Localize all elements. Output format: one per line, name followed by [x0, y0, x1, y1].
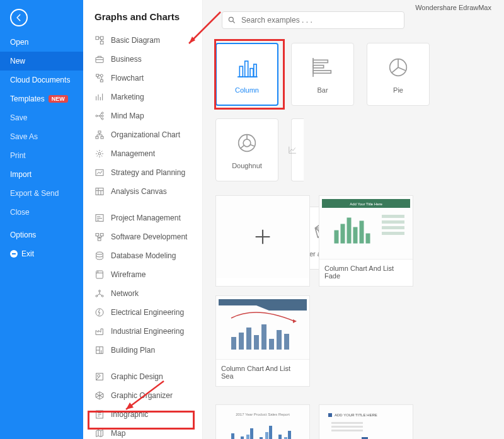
pie-icon [386, 55, 411, 80]
svg-rect-22 [96, 271, 103, 278]
sidebar-item-options[interactable]: Options [0, 225, 83, 244]
sidebar-item-exit[interactable]: Exit [0, 244, 83, 263]
cat-industrial[interactable]: Industrial Engineering [94, 322, 202, 341]
brand-label: Wondershare EdrawMax [415, 4, 491, 11]
industrial-icon [94, 326, 105, 336]
cat-map[interactable]: Map [94, 424, 202, 439]
sidebar-item-cloud-documents[interactable]: Cloud Documents [0, 71, 83, 89]
plus-icon [252, 226, 273, 248]
svg-rect-53 [366, 234, 370, 243]
cat-flowchart[interactable]: Flowchart [94, 69, 202, 88]
thumb-fade-icon: Add Your Title Here [322, 199, 410, 256]
svg-rect-60 [231, 337, 236, 350]
cat-infographic[interactable]: Infographic [94, 405, 202, 424]
chart-type-bar[interactable]: Bar [291, 43, 354, 106]
line-icon [288, 137, 297, 162]
svg-point-21 [96, 252, 103, 254]
exit-icon [10, 250, 18, 258]
svg-rect-73 [246, 435, 249, 439]
sidebar-item-import[interactable]: Import [0, 165, 83, 184]
cat-business[interactable]: Business [94, 50, 202, 69]
cat-wireframe[interactable]: Wireframe [94, 265, 202, 284]
canvas-icon [94, 186, 105, 197]
cat-marketing[interactable]: Marketing [94, 88, 202, 106]
cat-org-chart[interactable]: Organizational Chart [94, 125, 202, 144]
svg-rect-11 [98, 131, 101, 133]
template-blank[interactable] [215, 195, 310, 287]
cat-project-mgmt[interactable]: Project Management [94, 208, 202, 227]
svg-rect-37 [313, 60, 328, 62]
cat-analysis[interactable]: Analysis Canvas [94, 182, 202, 201]
svg-rect-50 [347, 218, 351, 243]
template-column[interactable]: ADD YOUR TITLE HERE Column [319, 404, 413, 439]
category-panel: Graphs and Charts Basic Diagram Business… [83, 0, 203, 439]
gantt-icon [94, 213, 105, 223]
svg-rect-54 [382, 215, 404, 218]
chart-type-next[interactable] [291, 118, 304, 181]
template-sales[interactable]: 2017 Year Product Sales Report Column Sa… [215, 404, 310, 439]
svg-rect-67 [284, 334, 289, 350]
template-sea[interactable]: Column Chart And List Sea [215, 295, 310, 387]
svg-rect-20 [98, 238, 101, 241]
svg-rect-0 [96, 37, 99, 40]
cat-building[interactable]: Building Plan [94, 341, 202, 360]
sidebar-item-close[interactable]: Close [0, 203, 83, 222]
svg-rect-65 [269, 339, 274, 350]
svg-rect-5 [100, 80, 103, 82]
sidebar-item-save[interactable]: Save [0, 108, 83, 127]
template-fade[interactable]: Add Your Title Here Column Chart And Lis… [319, 195, 413, 287]
cat-graphic-design[interactable]: Graphic Design [94, 367, 202, 386]
svg-point-42 [243, 139, 251, 147]
column-icon [234, 55, 260, 80]
cat-mind-map[interactable]: Mind Map [94, 106, 202, 125]
bar-icon [310, 55, 335, 80]
svg-rect-52 [360, 221, 364, 243]
svg-point-6 [100, 74, 103, 77]
svg-rect-16 [96, 188, 103, 195]
svg-rect-13 [101, 137, 103, 139]
cat-network[interactable]: Network [94, 284, 202, 303]
svg-rect-17 [96, 215, 103, 222]
svg-point-7 [96, 115, 98, 117]
thumb-column-icon: ADD YOUR TITLE HERE [322, 408, 410, 439]
mindmap-icon [94, 111, 105, 121]
cat-electrical[interactable]: Electrical Engineering [94, 303, 202, 322]
svg-rect-51 [353, 227, 357, 243]
thumb-sea-icon [219, 299, 307, 356]
sidebar-item-templates[interactable]: TemplatesNEW [0, 89, 83, 108]
cat-management[interactable]: Management [94, 144, 202, 163]
cat-database[interactable]: Database Modeling [94, 246, 202, 265]
search-input[interactable] [241, 16, 399, 25]
organizer-icon [94, 391, 105, 401]
svg-text:ADD YOUR TITLE HERE: ADD YOUR TITLE HERE [335, 413, 377, 417]
new-badge: NEW [49, 95, 68, 103]
sidebar-item-export-send[interactable]: Export & Send [0, 184, 83, 203]
svg-rect-18 [96, 234, 99, 236]
chart-type-pie[interactable]: Pie [367, 43, 430, 106]
sidebar-item-print[interactable]: Print [0, 146, 83, 165]
svg-point-14 [98, 152, 101, 155]
design-icon [94, 372, 105, 382]
search-box[interactable] [222, 11, 404, 29]
back-button[interactable] [10, 9, 28, 26]
cat-graphic-organizer[interactable]: Graphic Organizer [94, 386, 202, 405]
org-icon [94, 130, 105, 140]
svg-point-10 [101, 118, 103, 120]
cat-basic-diagram[interactable]: Basic Diagram [94, 31, 202, 50]
sidebar-item-open[interactable]: Open [0, 33, 83, 52]
sidebar-item-save-as[interactable]: Save As [0, 127, 83, 146]
category-title: Graphs and Charts [94, 11, 202, 22]
svg-rect-70 [231, 433, 234, 439]
svg-rect-85 [331, 422, 363, 424]
sidebar-item-new[interactable]: New [0, 52, 83, 71]
marketing-icon [94, 92, 105, 102]
svg-rect-1 [100, 37, 103, 40]
cat-strategy[interactable]: Strategy and Planning [94, 163, 202, 182]
chart-type-column[interactable]: Column [215, 43, 278, 106]
svg-point-32 [229, 17, 233, 21]
svg-rect-33 [239, 66, 243, 77]
svg-rect-36 [254, 64, 256, 77]
svg-rect-39 [313, 71, 331, 73]
cat-software-dev[interactable]: Software Development [94, 227, 202, 246]
chart-type-doughnut[interactable]: Doughnut [215, 118, 278, 181]
